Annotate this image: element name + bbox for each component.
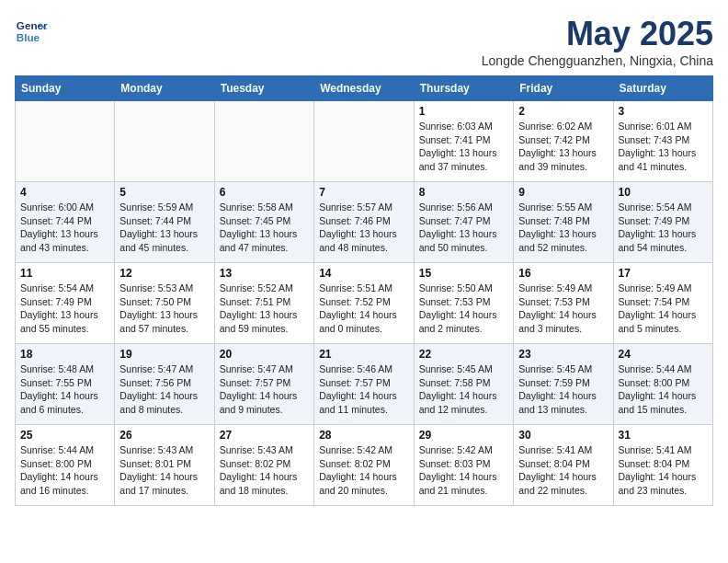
calendar-cell: 18Sunrise: 5:48 AM Sunset: 7:55 PM Dayli… xyxy=(16,344,115,425)
calendar-cell: 23Sunrise: 5:45 AM Sunset: 7:59 PM Dayli… xyxy=(514,344,613,425)
day-info: Sunrise: 6:00 AM Sunset: 7:44 PM Dayligh… xyxy=(20,201,109,255)
day-number: 10 xyxy=(619,186,709,199)
calendar-cell: 17Sunrise: 5:49 AM Sunset: 7:54 PM Dayli… xyxy=(613,263,713,344)
day-number: 25 xyxy=(20,429,109,442)
calendar-cell: 24Sunrise: 5:44 AM Sunset: 8:00 PM Dayli… xyxy=(613,344,713,425)
day-number: 4 xyxy=(20,186,109,199)
calendar-cell: 13Sunrise: 5:52 AM Sunset: 7:51 PM Dayli… xyxy=(214,263,313,344)
day-info: Sunrise: 5:58 AM Sunset: 7:45 PM Dayligh… xyxy=(220,201,309,255)
col-header-tuesday: Tuesday xyxy=(214,76,313,101)
day-info: Sunrise: 5:44 AM Sunset: 8:00 PM Dayligh… xyxy=(20,443,109,498)
location: Longde Chengguanzhen, Ningxia, China xyxy=(482,53,713,68)
day-info: Sunrise: 5:56 AM Sunset: 7:47 PM Dayligh… xyxy=(419,201,508,255)
calendar-cell: 8Sunrise: 5:56 AM Sunset: 7:47 PM Daylig… xyxy=(414,182,513,263)
calendar-cell xyxy=(16,101,115,182)
day-number: 26 xyxy=(119,429,209,442)
day-info: Sunrise: 5:57 AM Sunset: 7:46 PM Dayligh… xyxy=(319,201,409,255)
week-row-1: 1Sunrise: 6:03 AM Sunset: 7:41 PM Daylig… xyxy=(16,101,713,182)
day-info: Sunrise: 5:54 AM Sunset: 7:49 PM Dayligh… xyxy=(20,282,109,336)
week-row-2: 4Sunrise: 6:00 AM Sunset: 7:44 PM Daylig… xyxy=(16,182,713,263)
calendar-cell: 12Sunrise: 5:53 AM Sunset: 7:50 PM Dayli… xyxy=(115,263,214,344)
day-info: Sunrise: 5:53 AM Sunset: 7:50 PM Dayligh… xyxy=(119,282,209,336)
day-info: Sunrise: 5:46 AM Sunset: 7:57 PM Dayligh… xyxy=(319,362,409,417)
day-number: 3 xyxy=(619,105,709,118)
day-number: 24 xyxy=(619,348,709,361)
day-number: 15 xyxy=(419,267,508,280)
calendar-cell: 16Sunrise: 5:49 AM Sunset: 7:53 PM Dayli… xyxy=(514,263,613,344)
day-info: Sunrise: 5:44 AM Sunset: 8:00 PM Dayligh… xyxy=(619,362,709,417)
logo-icon: General Blue xyxy=(15,15,48,48)
day-info: Sunrise: 5:42 AM Sunset: 8:02 PM Dayligh… xyxy=(319,443,409,498)
day-info: Sunrise: 5:41 AM Sunset: 8:04 PM Dayligh… xyxy=(518,443,608,498)
month-title: May 2025 xyxy=(482,15,713,53)
day-number: 6 xyxy=(220,186,309,199)
col-header-friday: Friday xyxy=(514,76,613,101)
calendar-cell: 10Sunrise: 5:54 AM Sunset: 7:49 PM Dayli… xyxy=(613,182,713,263)
day-info: Sunrise: 5:59 AM Sunset: 7:44 PM Dayligh… xyxy=(119,201,209,255)
day-info: Sunrise: 6:03 AM Sunset: 7:41 PM Dayligh… xyxy=(419,120,508,174)
calendar-cell: 15Sunrise: 5:50 AM Sunset: 7:53 PM Dayli… xyxy=(414,263,513,344)
day-number: 22 xyxy=(419,348,508,361)
title-block: May 2025 Longde Chengguanzhen, Ningxia, … xyxy=(482,15,713,68)
page-header: General Blue May 2025 Longde Chengguanzh… xyxy=(15,15,713,68)
day-info: Sunrise: 5:51 AM Sunset: 7:52 PM Dayligh… xyxy=(319,282,409,336)
logo: General Blue xyxy=(15,15,48,48)
header-row: SundayMondayTuesdayWednesdayThursdayFrid… xyxy=(16,76,713,101)
day-number: 13 xyxy=(220,267,309,280)
day-info: Sunrise: 5:55 AM Sunset: 7:48 PM Dayligh… xyxy=(518,201,608,255)
calendar-cell xyxy=(314,101,415,182)
col-header-sunday: Sunday xyxy=(16,76,115,101)
week-row-3: 11Sunrise: 5:54 AM Sunset: 7:49 PM Dayli… xyxy=(16,263,713,344)
day-number: 12 xyxy=(119,267,209,280)
day-number: 8 xyxy=(419,186,508,199)
calendar-cell: 14Sunrise: 5:51 AM Sunset: 7:52 PM Dayli… xyxy=(314,263,415,344)
day-info: Sunrise: 5:42 AM Sunset: 8:03 PM Dayligh… xyxy=(419,443,508,498)
day-number: 19 xyxy=(119,348,209,361)
calendar-cell: 6Sunrise: 5:58 AM Sunset: 7:45 PM Daylig… xyxy=(214,182,313,263)
calendar-cell: 4Sunrise: 6:00 AM Sunset: 7:44 PM Daylig… xyxy=(16,182,115,263)
day-number: 28 xyxy=(319,429,409,442)
calendar-cell xyxy=(214,101,313,182)
svg-text:General: General xyxy=(17,19,48,31)
calendar-cell: 19Sunrise: 5:47 AM Sunset: 7:56 PM Dayli… xyxy=(115,344,214,425)
day-info: Sunrise: 5:43 AM Sunset: 8:01 PM Dayligh… xyxy=(119,443,209,498)
calendar-cell: 11Sunrise: 5:54 AM Sunset: 7:49 PM Dayli… xyxy=(16,263,115,344)
day-info: Sunrise: 5:47 AM Sunset: 7:57 PM Dayligh… xyxy=(220,362,309,417)
week-row-5: 25Sunrise: 5:44 AM Sunset: 8:00 PM Dayli… xyxy=(16,425,713,506)
calendar-cell: 29Sunrise: 5:42 AM Sunset: 8:03 PM Dayli… xyxy=(414,425,513,506)
calendar-cell: 7Sunrise: 5:57 AM Sunset: 7:46 PM Daylig… xyxy=(314,182,415,263)
day-number: 17 xyxy=(619,267,709,280)
day-number: 14 xyxy=(319,267,409,280)
day-info: Sunrise: 6:01 AM Sunset: 7:43 PM Dayligh… xyxy=(619,120,709,174)
calendar-cell: 22Sunrise: 5:45 AM Sunset: 7:58 PM Dayli… xyxy=(414,344,513,425)
day-number: 11 xyxy=(20,267,109,280)
calendar-cell: 3Sunrise: 6:01 AM Sunset: 7:43 PM Daylig… xyxy=(613,101,713,182)
calendar-cell: 9Sunrise: 5:55 AM Sunset: 7:48 PM Daylig… xyxy=(514,182,613,263)
day-info: Sunrise: 5:43 AM Sunset: 8:02 PM Dayligh… xyxy=(220,443,309,498)
col-header-saturday: Saturday xyxy=(613,76,713,101)
day-number: 16 xyxy=(518,267,608,280)
week-row-4: 18Sunrise: 5:48 AM Sunset: 7:55 PM Dayli… xyxy=(16,344,713,425)
day-info: Sunrise: 6:02 AM Sunset: 7:42 PM Dayligh… xyxy=(518,120,608,174)
day-info: Sunrise: 5:45 AM Sunset: 7:59 PM Dayligh… xyxy=(518,362,608,417)
day-number: 31 xyxy=(619,429,709,442)
day-info: Sunrise: 5:50 AM Sunset: 7:53 PM Dayligh… xyxy=(419,282,508,336)
calendar-cell: 2Sunrise: 6:02 AM Sunset: 7:42 PM Daylig… xyxy=(514,101,613,182)
day-info: Sunrise: 5:52 AM Sunset: 7:51 PM Dayligh… xyxy=(220,282,309,336)
day-number: 27 xyxy=(220,429,309,442)
calendar-table: SundayMondayTuesdayWednesdayThursdayFrid… xyxy=(15,75,713,506)
day-info: Sunrise: 5:48 AM Sunset: 7:55 PM Dayligh… xyxy=(20,362,109,417)
day-number: 1 xyxy=(419,105,508,118)
calendar-cell: 5Sunrise: 5:59 AM Sunset: 7:44 PM Daylig… xyxy=(115,182,214,263)
day-number: 18 xyxy=(20,348,109,361)
calendar-cell: 1Sunrise: 6:03 AM Sunset: 7:41 PM Daylig… xyxy=(414,101,513,182)
calendar-cell: 20Sunrise: 5:47 AM Sunset: 7:57 PM Dayli… xyxy=(214,344,313,425)
day-number: 30 xyxy=(518,429,608,442)
col-header-thursday: Thursday xyxy=(414,76,513,101)
svg-text:Blue: Blue xyxy=(17,31,40,43)
day-number: 7 xyxy=(319,186,409,199)
day-info: Sunrise: 5:45 AM Sunset: 7:58 PM Dayligh… xyxy=(419,362,508,417)
day-number: 9 xyxy=(518,186,608,199)
calendar-cell xyxy=(115,101,214,182)
day-info: Sunrise: 5:54 AM Sunset: 7:49 PM Dayligh… xyxy=(619,201,709,255)
